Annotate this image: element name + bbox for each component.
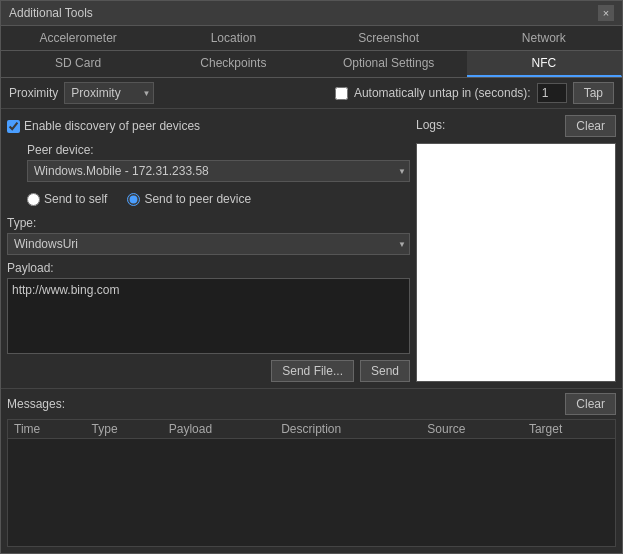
- logs-label: Logs:: [416, 118, 445, 132]
- messages-table-header: Time Type Payload Description Source Tar…: [8, 420, 615, 439]
- payload-textarea[interactable]: http://www.bing.com: [7, 278, 410, 354]
- logs-header: Logs: Clear: [416, 115, 616, 137]
- auto-untap-input[interactable]: [537, 83, 567, 103]
- enable-discovery-row: Enable discovery of peer devices: [7, 115, 410, 137]
- logs-clear-button[interactable]: Clear: [565, 115, 616, 137]
- send-self-radio[interactable]: [27, 193, 40, 206]
- send-self-text: Send to self: [44, 192, 107, 206]
- messages-label: Messages:: [7, 397, 65, 411]
- payload-section: Payload: http://www.bing.com: [7, 261, 410, 354]
- messages-table: Time Type Payload Description Source Tar…: [8, 420, 615, 439]
- send-peer-radio[interactable]: [127, 193, 140, 206]
- toolbar: Proximity Proximity Automatically untap …: [1, 78, 622, 109]
- type-select[interactable]: WindowsUri: [7, 233, 410, 255]
- send-peer-label[interactable]: Send to peer device: [127, 192, 251, 206]
- col-target: Target: [523, 420, 615, 439]
- type-label: Type:: [7, 216, 410, 230]
- peer-device-section: Peer device: Windows.Mobile - 172.31.233…: [27, 143, 410, 182]
- auto-untap-checkbox[interactable]: [335, 87, 348, 100]
- type-select-wrapper: WindowsUri: [7, 233, 410, 255]
- send-peer-text: Send to peer device: [144, 192, 251, 206]
- messages-section: Messages: Clear Time Type Payload Descri…: [1, 388, 622, 553]
- tab-optional-settings[interactable]: Optional Settings: [312, 51, 467, 77]
- tab-location[interactable]: Location: [156, 26, 311, 50]
- col-payload: Payload: [163, 420, 275, 439]
- col-source: Source: [421, 420, 523, 439]
- auto-untap-checkbox-label[interactable]: [335, 87, 348, 100]
- tab-nfc[interactable]: NFC: [467, 51, 622, 77]
- logs-area: [416, 143, 616, 382]
- messages-table-container: Time Type Payload Description Source Tar…: [7, 419, 616, 547]
- tab-screenshot[interactable]: Screenshot: [312, 26, 467, 50]
- tabs-row1: Accelerometer Location Screenshot Networ…: [1, 26, 622, 51]
- tab-network[interactable]: Network: [467, 26, 622, 50]
- tab-sdcard[interactable]: SD Card: [1, 51, 156, 77]
- left-panel: Enable discovery of peer devices Peer de…: [7, 115, 410, 382]
- main-content: Enable discovery of peer devices Peer de…: [1, 109, 622, 388]
- payload-label: Payload:: [7, 261, 410, 275]
- col-type: Type: [86, 420, 163, 439]
- tab-checkpoints[interactable]: Checkpoints: [156, 51, 311, 77]
- auto-untap-label: Automatically untap in (seconds):: [354, 86, 531, 100]
- close-button[interactable]: ×: [598, 5, 614, 21]
- proximity-select-wrapper: Proximity: [64, 82, 154, 104]
- proximity-label: Proximity: [9, 86, 58, 100]
- col-time: Time: [8, 420, 86, 439]
- send-file-button[interactable]: Send File...: [271, 360, 354, 382]
- title-bar: Additional Tools ×: [1, 1, 622, 26]
- send-button[interactable]: Send: [360, 360, 410, 382]
- peer-device-select-wrapper: Windows.Mobile - 172.31.233.58: [27, 160, 410, 182]
- peer-device-select[interactable]: Windows.Mobile - 172.31.233.58: [27, 160, 410, 182]
- main-window: Additional Tools × Accelerometer Locatio…: [0, 0, 623, 554]
- send-self-label[interactable]: Send to self: [27, 192, 107, 206]
- col-description: Description: [275, 420, 421, 439]
- tab-accelerometer[interactable]: Accelerometer: [1, 26, 156, 50]
- right-panel: Logs: Clear: [416, 115, 616, 382]
- enable-discovery-checkbox[interactable]: [7, 120, 20, 133]
- tap-button[interactable]: Tap: [573, 82, 614, 104]
- messages-header: Messages: Clear: [7, 393, 616, 415]
- window-title: Additional Tools: [9, 6, 93, 20]
- peer-device-label: Peer device:: [27, 143, 410, 157]
- send-row: Send File... Send: [7, 360, 410, 382]
- tabs-row2: SD Card Checkpoints Optional Settings NF…: [1, 51, 622, 78]
- enable-discovery-label[interactable]: Enable discovery of peer devices: [7, 119, 200, 133]
- type-section: Type: WindowsUri: [7, 216, 410, 255]
- proximity-select[interactable]: Proximity: [64, 82, 154, 104]
- messages-clear-button[interactable]: Clear: [565, 393, 616, 415]
- send-options-row: Send to self Send to peer device: [27, 188, 410, 210]
- enable-discovery-text: Enable discovery of peer devices: [24, 119, 200, 133]
